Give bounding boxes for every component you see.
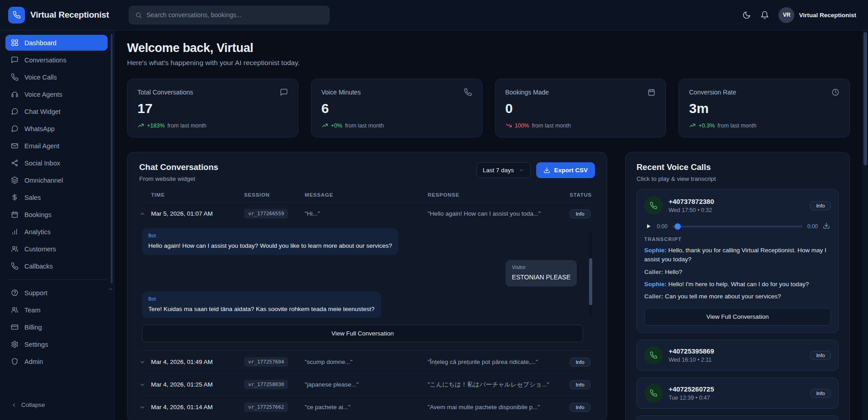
bubble-sender: Visitor [512, 264, 571, 271]
sidebar-item-label: Customers [24, 245, 56, 253]
phone-icon [13, 11, 21, 19]
stat-change: +183% [147, 123, 165, 129]
page-scrollbar [862, 30, 868, 420]
sidebar-item-email-agent[interactable]: Email Agent [5, 138, 108, 154]
help-icon [11, 289, 19, 297]
grid-icon [11, 39, 19, 47]
download-recording-button[interactable] [823, 222, 830, 231]
sidebar-item-analytics[interactable]: Analytics [5, 224, 108, 240]
sidebar-item-conversations[interactable]: Conversations [5, 52, 108, 68]
sidebar-item-admin[interactable]: Admin [5, 354, 108, 369]
stat-value: 6 [321, 101, 472, 116]
voice-call-item-partial[interactable] [637, 415, 839, 420]
sidebar-item-customers[interactable]: Customers [5, 241, 108, 257]
transcript-text: Hello, thank you for calling Virtual Rec… [644, 247, 826, 263]
stat-change: +0% [331, 123, 342, 129]
conversation-row[interactable]: Mar 5, 2026, 01:07 AM vr_177266559 "Hi..… [139, 202, 595, 225]
trend-up-icon [137, 122, 144, 129]
status-badge: Info [570, 403, 590, 412]
sidebar-item-sales[interactable]: Sales [5, 189, 108, 205]
session-badge: vr_177258030 [244, 380, 288, 389]
stat-label: Conversion Rate [689, 89, 736, 96]
col-status: STATUS [570, 192, 595, 198]
speaker-name: Sophie: [644, 247, 667, 254]
whatsapp-icon [11, 125, 19, 132]
stat-card-total-conversations: Total Conversations 17 +183%from last mo… [127, 79, 298, 137]
call-meta: Wed 16:10 • 2:11 [669, 357, 714, 363]
stat-value: 0 [505, 101, 656, 116]
col-message: MESSAGE [305, 192, 428, 198]
stat-value: 17 [137, 101, 288, 116]
voice-call-header[interactable]: +40737872380 Wed 17:50 • 0:32 Info [644, 196, 831, 215]
collapse-sidebar-button[interactable]: Collapse [5, 397, 108, 413]
shield-icon [11, 358, 19, 365]
row-message: "japanese please..." [305, 381, 428, 388]
phone-circle-icon [644, 384, 663, 402]
trend-up-icon [689, 122, 696, 129]
sidebar-item-voice-calls[interactable]: Voice Calls [5, 69, 108, 85]
gear-icon [11, 340, 19, 348]
notifications-button[interactable] [760, 11, 769, 19]
voice-call-item[interactable]: +40725260725 Tue 12:39 • 0:47 Info [637, 378, 839, 409]
sidebar-item-label: Voice Calls [24, 74, 57, 81]
sidebar-divider [6, 279, 107, 280]
sidebar-item-callbacks[interactable]: Callbacks [5, 258, 108, 274]
stat-value: 3m [689, 101, 840, 116]
search-input[interactable] [146, 11, 323, 19]
chevron-left-icon [11, 402, 17, 408]
sidebar-item-voice-agents[interactable]: Voice Agents [5, 86, 108, 102]
sidebar-item-settings[interactable]: Settings [5, 336, 108, 352]
avatar[interactable]: VR [778, 7, 794, 23]
share-icon [11, 159, 19, 167]
voice-call-item[interactable]: +40725395869 Wed 16:10 • 2:11 Info [637, 340, 839, 371]
chevron-up-icon [139, 211, 151, 217]
export-csv-button[interactable]: Export CSV [536, 162, 595, 178]
view-full-conversation-button[interactable]: View Full Conversation [142, 325, 583, 342]
conversation-row[interactable]: Mar 4, 2026, 01:49 AM vr_177257604 "scum… [139, 350, 595, 373]
sidebar-item-label: Bookings [24, 211, 52, 218]
sidebar-item-chat-widget[interactable]: Chat Widget [5, 104, 108, 119]
sidebar-item-social-inbox[interactable]: Social Inbox [5, 155, 108, 171]
credit-card-icon [11, 323, 19, 331]
sidebar-item-billing[interactable]: Billing [5, 319, 108, 335]
page-scrollbar-thumb[interactable] [863, 32, 867, 165]
voice-call-item-expanded: +40737872380 Wed 17:50 • 0:32 Info 0:00 … [637, 189, 839, 333]
view-full-conversation-button[interactable]: View Full Conversation [644, 308, 831, 326]
bell-icon [760, 11, 769, 19]
stat-cards: Total Conversations 17 +183%from last mo… [127, 79, 850, 137]
stat-change: 100% [515, 123, 529, 129]
trend-down-icon [505, 122, 512, 129]
message-circle-icon [11, 108, 19, 115]
bubble-sender: Bot [148, 232, 392, 240]
voice-panel-title: Recent Voice Calls [637, 162, 839, 172]
conversation-row[interactable]: Mar 4, 2026, 01:14 AM vr_177257662 "ce p… [139, 396, 595, 418]
row-message: "scump domne..." [305, 359, 428, 365]
conversation-row[interactable]: Mar 4, 2026, 01:25 AM vr_177258030 "japa… [139, 373, 595, 396]
theme-toggle-button[interactable] [742, 11, 751, 19]
audio-player: 0:00 0:00 [645, 222, 830, 231]
global-search [129, 6, 330, 24]
chat-conversations-panel: Chat Conversations From website widget L… [127, 152, 607, 420]
sidebar-item-omnichannel[interactable]: Omnichannel [5, 172, 108, 188]
bubble-text: ESTONIAN PLEASE [512, 274, 571, 281]
speaker-name: Sophie: [644, 281, 667, 288]
sidebar-scrollbar-thumb[interactable] [111, 34, 113, 283]
date-range-select[interactable]: Last 7 days [476, 162, 531, 178]
main-content: Welcome back, Virtual Here's what's happ… [114, 30, 868, 420]
seek-slider[interactable] [672, 226, 802, 227]
export-csv-label: Export CSV [554, 167, 588, 174]
sidebar-item-dashboard[interactable]: Dashboard [5, 35, 108, 51]
sidebar-item-bookings[interactable]: Bookings [5, 207, 108, 222]
bar-chart-icon [11, 228, 19, 236]
topbar: Virtual Receptionist VR Virtual Receptio… [0, 0, 868, 30]
play-button[interactable] [645, 223, 652, 230]
sidebar-item-support[interactable]: Support [5, 285, 108, 301]
sidebar-item-label: Sales [24, 194, 41, 201]
sidebar-item-team[interactable]: Team [5, 302, 108, 318]
sidebar-item-whatsapp[interactable]: WhatsApp [5, 121, 108, 137]
seek-slider-knob[interactable] [675, 223, 681, 230]
chat-scrollbar-thumb[interactable] [589, 258, 592, 305]
phone-callback-icon [11, 262, 19, 270]
sidebar-scroll-chevron-icon [108, 286, 113, 294]
layers-icon [11, 176, 19, 184]
